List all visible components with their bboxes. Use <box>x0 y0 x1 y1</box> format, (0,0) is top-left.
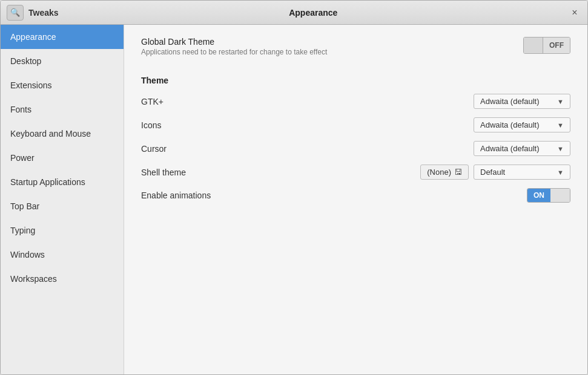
main-window: 🔍 Tweaks Appearance × Appearance Desktop… <box>0 0 588 375</box>
sidebar-item-windows[interactable]: Windows <box>1 243 124 267</box>
sidebar-item-extensions[interactable]: Extensions <box>1 73 124 97</box>
gtk-value: Adwaita (default) <box>480 97 540 106</box>
content-area: Appearance Desktop Extensions Fonts Keyb… <box>1 25 587 374</box>
shell-theme-dropdown[interactable]: Default ▼ <box>474 165 570 180</box>
window-title: Appearance <box>59 8 568 18</box>
chevron-down-icon: ▼ <box>557 122 564 129</box>
sidebar-item-fonts[interactable]: Fonts <box>1 97 124 122</box>
main-content: Global Dark Theme Applications need to b… <box>124 25 587 374</box>
sidebar-item-top-bar[interactable]: Top Bar <box>1 194 124 218</box>
chevron-down-icon: ▼ <box>557 98 564 105</box>
global-dark-theme-row: Global Dark Theme Applications need to b… <box>141 37 570 66</box>
cursor-label: Cursor <box>141 144 474 154</box>
theme-section-label: Theme <box>141 76 570 85</box>
sidebar-item-workspaces[interactable]: Workspaces <box>1 267 124 291</box>
shell-theme-row: Shell theme (None) 🖫 Default ▼ <box>141 165 570 180</box>
sidebar-item-power[interactable]: Power <box>1 146 124 170</box>
gtk-row: GTK+ Adwaita (default) ▼ <box>141 94 570 109</box>
cursor-row: Cursor Adwaita (default) ▼ <box>141 141 570 156</box>
shell-theme-label: Shell theme <box>141 168 420 177</box>
toggle-track <box>524 38 543 53</box>
sidebar: Appearance Desktop Extensions Fonts Keyb… <box>1 25 124 374</box>
icons-label: Icons <box>141 120 474 130</box>
icons-value: Adwaita (default) <box>480 120 540 129</box>
toggle-off-label: OFF <box>543 38 570 53</box>
search-button[interactable]: 🔍 <box>7 5 24 21</box>
icons-dropdown[interactable]: Adwaita (default) ▼ <box>474 117 570 132</box>
sidebar-item-startup-applications[interactable]: Startup Applications <box>1 170 124 194</box>
enable-animations-toggle[interactable]: ON <box>527 188 570 203</box>
shell-theme-value: Default <box>480 168 505 177</box>
titlebar: 🔍 Tweaks Appearance × <box>1 1 587 25</box>
sidebar-item-desktop[interactable]: Desktop <box>1 49 124 73</box>
search-icon: 🔍 <box>10 8 20 17</box>
cursor-value: Adwaita (default) <box>480 144 540 153</box>
global-dark-theme-label: Global Dark Theme <box>141 37 523 47</box>
enable-animations-row: Enable animations ON <box>141 188 570 203</box>
sidebar-item-keyboard-mouse[interactable]: Keyboard and Mouse <box>1 122 124 146</box>
icons-row: Icons Adwaita (default) ▼ <box>141 117 570 132</box>
shell-theme-none-button[interactable]: (None) 🖫 <box>420 165 469 180</box>
enable-animations-label: Enable animations <box>141 191 527 200</box>
toggle-on-label: ON <box>527 189 550 202</box>
none-label: (None) <box>427 168 451 177</box>
close-button[interactable]: × <box>568 6 581 19</box>
global-dark-theme-toggle[interactable]: OFF <box>523 37 570 54</box>
gtk-label: GTK+ <box>141 97 474 106</box>
global-dark-theme-subtitle: Applications need to be restarted for ch… <box>141 48 523 56</box>
toggle-off-area <box>550 189 570 202</box>
sidebar-item-appearance[interactable]: Appearance <box>1 25 124 49</box>
gtk-dropdown[interactable]: Adwaita (default) ▼ <box>474 94 570 109</box>
chevron-down-icon: ▼ <box>557 145 564 152</box>
app-name: Tweaks <box>28 8 59 18</box>
save-icon: 🖫 <box>454 168 462 177</box>
chevron-down-icon: ▼ <box>557 169 564 176</box>
sidebar-item-typing[interactable]: Typing <box>1 218 124 243</box>
cursor-dropdown[interactable]: Adwaita (default) ▼ <box>474 141 570 156</box>
